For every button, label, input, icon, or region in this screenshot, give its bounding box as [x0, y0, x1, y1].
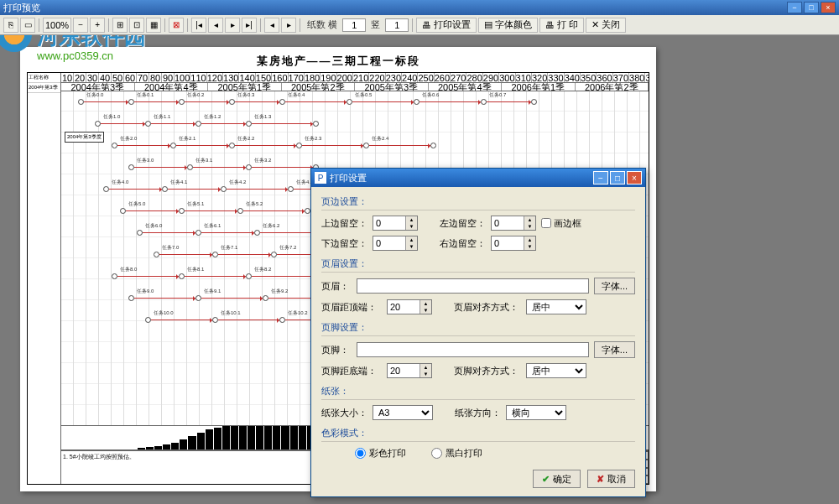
x-icon: ✘ — [597, 474, 604, 485]
chart-ruler: 1020304050607080901001101201301401501601… — [61, 73, 649, 83]
paper-mid-label: 竖 — [367, 18, 383, 31]
tool-btn[interactable]: ▭ — [20, 18, 35, 33]
app-window: 打印预览 − □ × ⎘ ▭ 100% − + ⊞ ⊡ ▦ ⊠ |◂ ◂ ▸ ▸… — [0, 0, 839, 504]
left-column: 工程名称 2004年第3季 — [28, 73, 61, 484]
paper-orient-select[interactable]: 横向 — [506, 405, 566, 420]
color-section-title: 色彩模式： — [321, 425, 635, 442]
footer-font-button[interactable]: 字体... — [594, 341, 635, 358]
margin-section-title: 页边设置： — [321, 194, 635, 210]
ok-button[interactable]: ✔确定 — [533, 470, 581, 488]
bw-print-radio[interactable]: 黑白打印 — [431, 447, 482, 460]
close-toolbar-button[interactable]: ✕关闭 — [586, 18, 626, 33]
check-icon: ✔ — [542, 474, 550, 485]
header-dist-label: 页眉距顶端： — [321, 301, 382, 314]
footer-label: 页脚： — [321, 344, 352, 356]
header-label: 页眉： — [321, 280, 352, 293]
fit-button[interactable]: ▦ — [146, 18, 161, 33]
dialog-minimize-button[interactable]: − — [593, 171, 608, 184]
next-page-button[interactable]: ▸ — [225, 18, 240, 33]
border-checkbox[interactable]: 画边框 — [541, 217, 581, 230]
paper-orient-label: 纸张方向： — [455, 407, 501, 419]
close-button[interactable]: × — [821, 2, 836, 13]
nav-button[interactable]: ▸ — [281, 18, 296, 33]
footer-align-label: 页脚对齐方式： — [454, 365, 521, 377]
align-button[interactable]: ⊠ — [169, 18, 184, 33]
printer-icon: 🖶 — [422, 20, 431, 30]
right-margin-input[interactable]: ▲▼ — [491, 236, 536, 251]
header-font-button[interactable]: 字体... — [594, 278, 635, 294]
last-page-button[interactable]: ▸| — [242, 18, 257, 33]
fit-button[interactable]: ⊞ — [112, 18, 128, 33]
minimize-button[interactable]: − — [787, 2, 802, 13]
header-align-select[interactable]: 居中 — [526, 299, 586, 314]
left-margin-input[interactable]: ▲▼ — [491, 216, 536, 231]
right-margin-label: 右边留空： — [440, 237, 486, 250]
dialog-title: 打印设置 — [330, 172, 367, 184]
printer-icon: 🖶 — [545, 20, 555, 30]
cancel-button[interactable]: ✘取消 — [587, 470, 635, 488]
tool-btn[interactable]: ⎘ — [3, 18, 18, 33]
maximize-button[interactable]: □ — [804, 2, 819, 13]
footer-input[interactable] — [357, 342, 589, 357]
paper-count-label: 纸数 横 — [304, 18, 341, 31]
paper-size-select[interactable]: A3 — [373, 405, 433, 420]
color-print-radio[interactable]: 彩色打印 — [355, 447, 406, 460]
dialog-titlebar[interactable]: P 打印设置 − □ × — [311, 169, 645, 187]
dialog-maximize-button[interactable]: □ — [610, 171, 625, 184]
paper-section-title: 纸张： — [321, 383, 635, 400]
preview-area: 河东软件园 www.pc0359.cn 某房地产——三期工程一标段 工程名称 2… — [0, 35, 839, 504]
header-dist-input[interactable]: ▲▼ — [387, 299, 432, 314]
outer-titlebar: 打印预览 − □ × — [0, 0, 839, 15]
top-margin-label: 上边留空： — [321, 217, 367, 230]
left-margin-label: 左边留空： — [440, 217, 486, 230]
footer-dist-input[interactable]: ▲▼ — [387, 363, 432, 378]
footer-section-title: 页脚设置： — [321, 320, 635, 336]
close-icon: ✕ — [591, 19, 599, 30]
header-align-label: 页眉对齐方式： — [454, 301, 521, 314]
paper-size-label: 纸张大小： — [321, 407, 367, 419]
font-color-button[interactable]: ▤字体颜色 — [478, 18, 538, 33]
bottom-margin-input[interactable]: ▲▼ — [373, 236, 418, 251]
footer-dist-label: 页脚距底端： — [321, 365, 382, 377]
header-section-title: 页眉设置： — [321, 256, 635, 273]
color-icon: ▤ — [484, 19, 492, 30]
toolbar: ⎘ ▭ 100% − + ⊞ ⊡ ▦ ⊠ |◂ ◂ ▸ ▸| ◂ ▸ 纸数 横 … — [0, 15, 839, 35]
zoom-out-button[interactable]: − — [73, 18, 88, 33]
print-button[interactable]: 🖶打 印 — [539, 18, 584, 33]
chart-dateband: 2004年第3季2004年第4季2005年第1季2005年第2季2005年第3季… — [61, 83, 649, 91]
first-page-button[interactable]: |◂ — [191, 18, 206, 33]
print-settings-dialog: P 打印设置 − □ × 页边设置： 上边留空： ▲▼ 左边留空： ▲▼ — [310, 168, 646, 497]
dialog-icon: P — [315, 172, 326, 184]
top-margin-input[interactable]: ▲▼ — [373, 216, 418, 231]
header-input[interactable] — [357, 278, 589, 294]
print-setup-button[interactable]: 🖶打印设置 — [416, 18, 477, 33]
window-title: 打印预览 — [3, 2, 40, 14]
footer-align-select[interactable]: 居中 — [526, 363, 586, 378]
dialog-close-button[interactable]: × — [627, 171, 642, 184]
bottom-margin-label: 下边留空： — [321, 237, 367, 250]
chart-title: 某房地产——三期工程一标段 — [20, 47, 656, 72]
prev-page-button[interactable]: ◂ — [208, 18, 223, 33]
zoom-in-button[interactable]: + — [90, 18, 105, 33]
paper-v-input[interactable] — [385, 18, 409, 32]
nav-button[interactable]: ◂ — [264, 18, 279, 33]
fit-button[interactable]: ⊡ — [129, 18, 144, 33]
paper-h-input[interactable] — [342, 18, 366, 32]
zoom-value[interactable]: 100% — [43, 18, 71, 33]
